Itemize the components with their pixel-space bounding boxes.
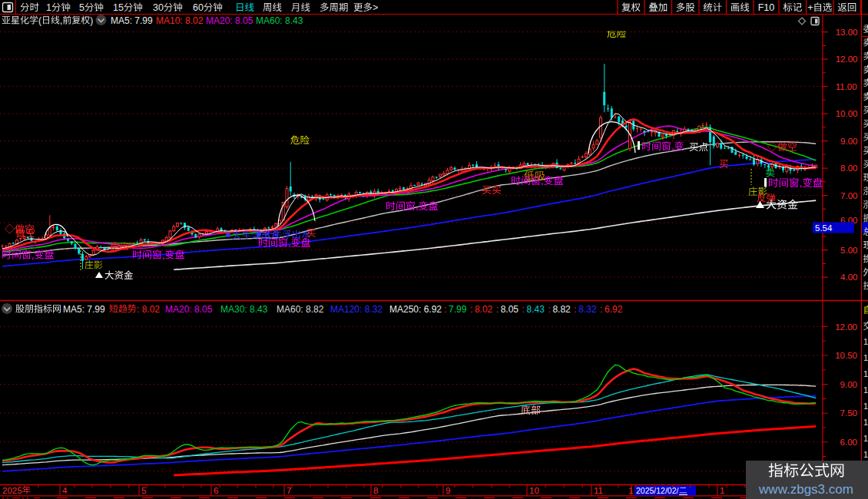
svg-text:,: ,	[60, 15, 62, 26]
svg-text:MA60: 8.43: MA60: 8.43	[256, 15, 303, 26]
svg-text:,: ,	[31, 250, 35, 261]
svg-text:8.43: 8.43	[527, 304, 545, 315]
svg-text:9.00: 9.00	[840, 137, 857, 146]
svg-text:6.92: 6.92	[605, 304, 623, 315]
svg-text:8: 8	[373, 486, 378, 495]
svg-text:: 8.02: : 8.02	[137, 304, 160, 315]
svg-text:,: ,	[162, 250, 165, 261]
svg-text:+: +	[807, 2, 813, 13]
svg-text:5: 5	[141, 486, 146, 495]
svg-text:MA120: 8.32: MA120: 8.32	[330, 304, 383, 315]
svg-text:7.00: 7.00	[840, 191, 857, 200]
svg-text:5: 5	[79, 2, 84, 13]
svg-text:,: ,	[671, 140, 674, 152]
svg-text:MA20: 8.05: MA20: 8.05	[206, 15, 253, 26]
svg-text:F10: F10	[758, 2, 775, 13]
svg-text:1: 1	[863, 434, 868, 443]
svg-text::: :	[444, 304, 446, 315]
svg-text::: :	[574, 304, 576, 315]
svg-text:6.00: 6.00	[840, 438, 857, 447]
svg-text:8.82: 8.82	[552, 304, 571, 315]
svg-text:MA5: 7.99: MA5: 7.99	[111, 15, 153, 26]
svg-text:MA60: 8.82: MA60: 8.82	[277, 304, 324, 315]
svg-text:8.32: 8.32	[578, 304, 597, 315]
svg-text:1: 1	[46, 2, 51, 13]
svg-text:12.00: 12.00	[836, 55, 858, 64]
svg-text:1: 1	[863, 402, 868, 411]
svg-text:MA250: 6.92: MA250: 6.92	[389, 304, 442, 315]
svg-text:8.00: 8.00	[840, 164, 857, 173]
svg-text:15: 15	[113, 2, 124, 13]
svg-text:MA20: 8.05: MA20: 8.05	[165, 304, 213, 315]
svg-text:,: ,	[416, 200, 419, 212]
svg-text:8.05: 8.05	[501, 304, 519, 315]
svg-text:11.00: 11.00	[836, 82, 857, 91]
svg-text:4.00: 4.00	[840, 273, 857, 282]
svg-text:1: 1	[628, 486, 633, 495]
svg-text:12.00: 12.00	[835, 322, 857, 332]
svg-text:1: 1	[863, 353, 868, 362]
svg-text::: :	[470, 304, 472, 315]
svg-text:1: 1	[863, 369, 868, 378]
svg-text:MA5: 7.99: MA5: 7.99	[63, 304, 105, 315]
svg-text:9: 9	[446, 486, 450, 495]
svg-text:5.00: 5.00	[840, 246, 857, 255]
svg-text:1: 1	[720, 486, 724, 495]
svg-text:10: 10	[529, 486, 539, 495]
svg-text:7: 7	[287, 486, 291, 495]
svg-text::: :	[522, 304, 525, 315]
svg-text:>: >	[373, 2, 378, 13]
svg-text:7.50: 7.50	[840, 408, 857, 418]
svg-text::: :	[600, 304, 602, 315]
svg-text:MA10: 8.02: MA10: 8.02	[156, 15, 204, 26]
svg-text::: :	[548, 304, 550, 315]
svg-text:8.02: 8.02	[475, 304, 493, 315]
svg-text:1: 1	[863, 385, 868, 395]
svg-text:4: 4	[62, 486, 68, 495]
svg-text:9.00: 9.00	[840, 380, 857, 389]
svg-text:MA30: 8.43: MA30: 8.43	[220, 304, 268, 315]
svg-text:,: ,	[800, 177, 803, 189]
svg-text:1: 1	[863, 450, 868, 459]
svg-text:1: 1	[863, 418, 868, 427]
svg-text::: :	[496, 304, 499, 315]
svg-text:,: ,	[288, 237, 291, 249]
svg-text:13.00: 13.00	[836, 28, 858, 37]
svg-text:1: 1	[863, 337, 868, 346]
svg-text:10.00: 10.00	[836, 109, 858, 118]
svg-text:6: 6	[214, 486, 218, 495]
svg-text:60: 60	[193, 2, 204, 13]
svg-text:5.54: 5.54	[815, 223, 833, 233]
svg-text:10.50: 10.50	[835, 351, 857, 360]
svg-text:30: 30	[153, 2, 164, 13]
svg-text:11: 11	[594, 486, 603, 495]
svg-text:2025/12/02/: 2025/12/02/	[636, 486, 679, 495]
svg-text:(: (	[38, 15, 41, 26]
svg-text:7.99: 7.99	[449, 304, 467, 315]
svg-text:www.zbgs3.com: www.zbgs3.com	[758, 482, 853, 497]
svg-text:2025: 2025	[2, 486, 22, 495]
svg-text:): )	[90, 15, 93, 26]
